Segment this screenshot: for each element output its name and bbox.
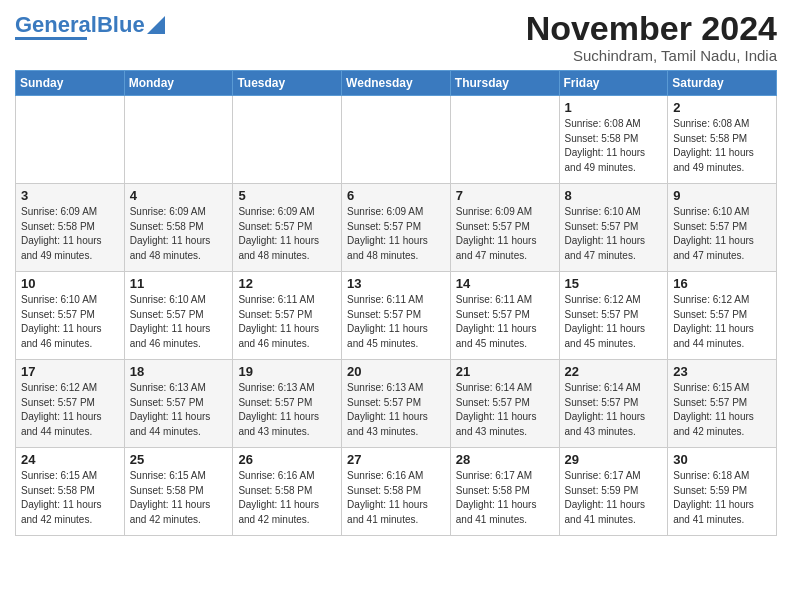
calendar-week-1: 1Sunrise: 6:08 AM Sunset: 5:58 PM Daylig… [16, 96, 777, 184]
svg-marker-0 [147, 16, 165, 34]
day-info: Sunrise: 6:10 AM Sunset: 5:57 PM Dayligh… [565, 205, 663, 263]
calendar-cell: 4Sunrise: 6:09 AM Sunset: 5:58 PM Daylig… [124, 184, 233, 272]
day-number: 5 [238, 188, 336, 203]
day-info: Sunrise: 6:11 AM Sunset: 5:57 PM Dayligh… [347, 293, 445, 351]
day-info: Sunrise: 6:11 AM Sunset: 5:57 PM Dayligh… [238, 293, 336, 351]
day-number: 29 [565, 452, 663, 467]
day-number: 22 [565, 364, 663, 379]
day-number: 14 [456, 276, 554, 291]
day-number: 10 [21, 276, 119, 291]
logo-line [15, 37, 87, 40]
title-block: November 2024 Suchindram, Tamil Nadu, In… [526, 10, 777, 64]
calendar-cell: 26Sunrise: 6:16 AM Sunset: 5:58 PM Dayli… [233, 448, 342, 536]
day-info: Sunrise: 6:17 AM Sunset: 5:58 PM Dayligh… [456, 469, 554, 527]
day-info: Sunrise: 6:14 AM Sunset: 5:57 PM Dayligh… [565, 381, 663, 439]
calendar-cell: 17Sunrise: 6:12 AM Sunset: 5:57 PM Dayli… [16, 360, 125, 448]
day-info: Sunrise: 6:10 AM Sunset: 5:57 PM Dayligh… [21, 293, 119, 351]
day-info: Sunrise: 6:09 AM Sunset: 5:57 PM Dayligh… [347, 205, 445, 263]
day-info: Sunrise: 6:16 AM Sunset: 5:58 PM Dayligh… [238, 469, 336, 527]
day-info: Sunrise: 6:15 AM Sunset: 5:58 PM Dayligh… [21, 469, 119, 527]
day-number: 17 [21, 364, 119, 379]
calendar-cell: 21Sunrise: 6:14 AM Sunset: 5:57 PM Dayli… [450, 360, 559, 448]
calendar-cell: 11Sunrise: 6:10 AM Sunset: 5:57 PM Dayli… [124, 272, 233, 360]
day-number: 15 [565, 276, 663, 291]
day-info: Sunrise: 6:08 AM Sunset: 5:58 PM Dayligh… [673, 117, 771, 175]
location: Suchindram, Tamil Nadu, India [526, 47, 777, 64]
day-number: 8 [565, 188, 663, 203]
calendar-cell [233, 96, 342, 184]
calendar-cell: 22Sunrise: 6:14 AM Sunset: 5:57 PM Dayli… [559, 360, 668, 448]
calendar-cell [124, 96, 233, 184]
calendar-cell: 24Sunrise: 6:15 AM Sunset: 5:58 PM Dayli… [16, 448, 125, 536]
day-number: 11 [130, 276, 228, 291]
day-number: 2 [673, 100, 771, 115]
calendar-cell: 30Sunrise: 6:18 AM Sunset: 5:59 PM Dayli… [668, 448, 777, 536]
day-info: Sunrise: 6:12 AM Sunset: 5:57 PM Dayligh… [565, 293, 663, 351]
calendar-body: 1Sunrise: 6:08 AM Sunset: 5:58 PM Daylig… [16, 96, 777, 536]
day-number: 7 [456, 188, 554, 203]
calendar-cell: 9Sunrise: 6:10 AM Sunset: 5:57 PM Daylig… [668, 184, 777, 272]
day-number: 28 [456, 452, 554, 467]
header-cell-monday: Monday [124, 71, 233, 96]
calendar-week-2: 3Sunrise: 6:09 AM Sunset: 5:58 PM Daylig… [16, 184, 777, 272]
calendar-cell: 27Sunrise: 6:16 AM Sunset: 5:58 PM Dayli… [342, 448, 451, 536]
day-info: Sunrise: 6:08 AM Sunset: 5:58 PM Dayligh… [565, 117, 663, 175]
day-info: Sunrise: 6:11 AM Sunset: 5:57 PM Dayligh… [456, 293, 554, 351]
day-info: Sunrise: 6:13 AM Sunset: 5:57 PM Dayligh… [238, 381, 336, 439]
day-info: Sunrise: 6:09 AM Sunset: 5:58 PM Dayligh… [130, 205, 228, 263]
day-number: 18 [130, 364, 228, 379]
logo: GeneralBlue [15, 14, 165, 40]
calendar-cell: 5Sunrise: 6:09 AM Sunset: 5:57 PM Daylig… [233, 184, 342, 272]
calendar-cell: 25Sunrise: 6:15 AM Sunset: 5:58 PM Dayli… [124, 448, 233, 536]
calendar-cell: 2Sunrise: 6:08 AM Sunset: 5:58 PM Daylig… [668, 96, 777, 184]
calendar-cell: 10Sunrise: 6:10 AM Sunset: 5:57 PM Dayli… [16, 272, 125, 360]
calendar-cell: 14Sunrise: 6:11 AM Sunset: 5:57 PM Dayli… [450, 272, 559, 360]
day-number: 30 [673, 452, 771, 467]
day-number: 23 [673, 364, 771, 379]
day-info: Sunrise: 6:12 AM Sunset: 5:57 PM Dayligh… [21, 381, 119, 439]
logo-icon [147, 16, 165, 34]
day-number: 26 [238, 452, 336, 467]
page-header: GeneralBlue November 2024 Suchindram, Ta… [15, 10, 777, 64]
day-number: 21 [456, 364, 554, 379]
day-info: Sunrise: 6:16 AM Sunset: 5:58 PM Dayligh… [347, 469, 445, 527]
calendar-cell: 18Sunrise: 6:13 AM Sunset: 5:57 PM Dayli… [124, 360, 233, 448]
day-info: Sunrise: 6:17 AM Sunset: 5:59 PM Dayligh… [565, 469, 663, 527]
logo-general: General [15, 12, 97, 37]
day-number: 4 [130, 188, 228, 203]
day-number: 1 [565, 100, 663, 115]
header-cell-wednesday: Wednesday [342, 71, 451, 96]
calendar-cell: 16Sunrise: 6:12 AM Sunset: 5:57 PM Dayli… [668, 272, 777, 360]
calendar-week-3: 10Sunrise: 6:10 AM Sunset: 5:57 PM Dayli… [16, 272, 777, 360]
calendar-table: SundayMondayTuesdayWednesdayThursdayFrid… [15, 70, 777, 536]
calendar-cell [342, 96, 451, 184]
calendar-cell: 13Sunrise: 6:11 AM Sunset: 5:57 PM Dayli… [342, 272, 451, 360]
day-number: 13 [347, 276, 445, 291]
day-info: Sunrise: 6:12 AM Sunset: 5:57 PM Dayligh… [673, 293, 771, 351]
calendar-cell: 23Sunrise: 6:15 AM Sunset: 5:57 PM Dayli… [668, 360, 777, 448]
header-cell-tuesday: Tuesday [233, 71, 342, 96]
header-cell-saturday: Saturday [668, 71, 777, 96]
day-info: Sunrise: 6:15 AM Sunset: 5:58 PM Dayligh… [130, 469, 228, 527]
calendar-cell: 6Sunrise: 6:09 AM Sunset: 5:57 PM Daylig… [342, 184, 451, 272]
day-number: 27 [347, 452, 445, 467]
day-info: Sunrise: 6:09 AM Sunset: 5:57 PM Dayligh… [238, 205, 336, 263]
calendar-cell: 7Sunrise: 6:09 AM Sunset: 5:57 PM Daylig… [450, 184, 559, 272]
day-number: 24 [21, 452, 119, 467]
calendar-cell: 12Sunrise: 6:11 AM Sunset: 5:57 PM Dayli… [233, 272, 342, 360]
logo-blue: Blue [97, 12, 145, 37]
day-number: 16 [673, 276, 771, 291]
calendar-cell: 1Sunrise: 6:08 AM Sunset: 5:58 PM Daylig… [559, 96, 668, 184]
calendar-cell: 3Sunrise: 6:09 AM Sunset: 5:58 PM Daylig… [16, 184, 125, 272]
day-info: Sunrise: 6:15 AM Sunset: 5:57 PM Dayligh… [673, 381, 771, 439]
header-cell-thursday: Thursday [450, 71, 559, 96]
day-number: 19 [238, 364, 336, 379]
calendar-cell: 20Sunrise: 6:13 AM Sunset: 5:57 PM Dayli… [342, 360, 451, 448]
day-info: Sunrise: 6:10 AM Sunset: 5:57 PM Dayligh… [130, 293, 228, 351]
day-info: Sunrise: 6:14 AM Sunset: 5:57 PM Dayligh… [456, 381, 554, 439]
day-number: 25 [130, 452, 228, 467]
calendar-cell [16, 96, 125, 184]
header-cell-friday: Friday [559, 71, 668, 96]
day-info: Sunrise: 6:10 AM Sunset: 5:57 PM Dayligh… [673, 205, 771, 263]
month-title: November 2024 [526, 10, 777, 47]
